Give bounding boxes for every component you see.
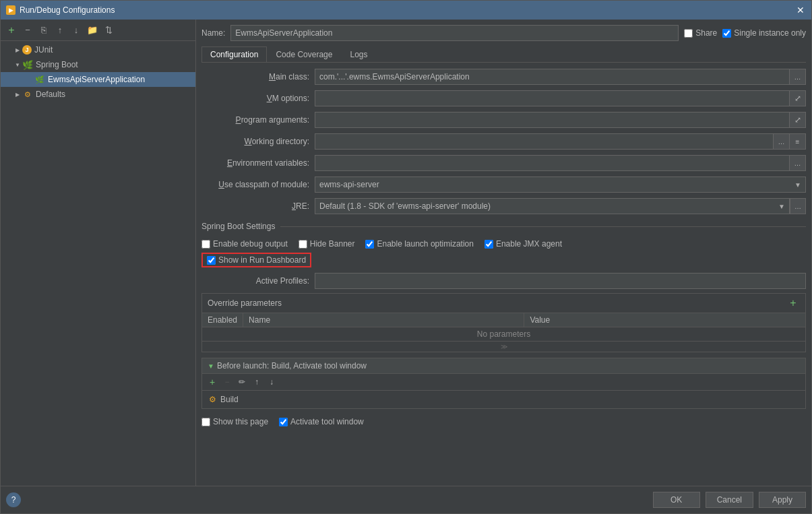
sidebar-tree: ▶ J JUnit ▼ 🌿 Spring Boot 🌿 EwmsApiServe… [1, 41, 195, 486]
jre-input-group: Default (1.8 - SDK of 'ewms-api-server' … [315, 198, 806, 214]
env-vars-input-group: … [315, 155, 806, 171]
collapse-arrow: ▼ [208, 362, 214, 370]
working-dir-row: Working directory: … ≡ [201, 133, 806, 150]
expand-arrow: ▶ [13, 45, 22, 55]
tab-logs[interactable]: Logs [341, 46, 376, 62]
scroll-indicator: ≫ [202, 341, 805, 352]
enable-jmx-text: Enable JMX agent [496, 239, 562, 249]
program-args-input[interactable] [315, 112, 790, 128]
jre-browse-button[interactable]: … [790, 198, 806, 214]
enable-jmx-label[interactable]: Enable JMX agent [485, 239, 562, 249]
edit-before-launch-button[interactable]: ✏ [236, 376, 248, 388]
col-value: Value [524, 313, 805, 327]
enable-debug-text: Enable debug output [213, 239, 288, 249]
vm-options-input[interactable] [315, 90, 790, 106]
col-name: Name [243, 313, 524, 327]
name-input[interactable] [230, 25, 679, 41]
classpath-row: Use classpath of module: ewms-api-server… [201, 176, 806, 193]
sidebar-item-spring-boot[interactable]: ▼ 🌿 Spring Boot [1, 57, 195, 72]
show-this-page-checkbox[interactable] [201, 418, 210, 426]
remove-config-button[interactable]: − [21, 24, 34, 37]
cancel-button[interactable]: Cancel [706, 492, 753, 508]
sidebar-item-defaults[interactable]: ▶ ⚙ Defaults [1, 87, 195, 102]
hide-banner-checkbox[interactable] [299, 240, 307, 249]
show-run-dashboard-row: Show in Run Dashboard [201, 253, 806, 267]
app-icon: 🌿 [34, 74, 45, 85]
program-args-expand-button[interactable]: ⤢ [790, 112, 806, 128]
remove-before-launch-button[interactable]: − [221, 376, 233, 388]
move-down-button[interactable]: ↓ [69, 24, 83, 37]
working-dir-browse-button[interactable]: … [774, 133, 790, 150]
sidebar-label-defaults: Defaults [36, 90, 65, 99]
jre-select[interactable]: Default (1.8 - SDK of 'ewms-api-server' … [315, 198, 790, 214]
single-instance-checkbox-label[interactable]: Single instance only [722, 28, 806, 38]
env-vars-browse-button[interactable]: … [790, 155, 806, 171]
enable-debug-label[interactable]: Enable debug output [201, 239, 288, 249]
jre-row: JRE: Default (1.8 - SDK of 'ewms-api-ser… [201, 197, 806, 215]
build-icon: ⚙ [209, 395, 216, 404]
move-up-button[interactable]: ↑ [53, 24, 67, 37]
main-class-row: Main class: … [201, 68, 806, 86]
main-class-input[interactable] [315, 69, 790, 85]
ok-button[interactable]: OK [653, 492, 700, 508]
junit-icon: J [22, 45, 32, 55]
content-area: + − ⎘ ↑ ↓ 📁 ⇅ ▶ J JUnit ▼ 🌿 Spr [1, 20, 811, 486]
bottom-options: Show this page Activate tool window [201, 414, 806, 429]
no-params-row: No parameters [202, 327, 805, 342]
activate-tool-window-label[interactable]: Activate tool window [279, 417, 364, 426]
sort-button[interactable]: ⇅ [102, 24, 115, 37]
add-config-button[interactable]: + [5, 24, 18, 37]
classpath-select[interactable]: ewms-api-server ▼ [315, 176, 806, 193]
share-checkbox[interactable] [684, 29, 693, 38]
working-dir-extra-button[interactable]: ≡ [790, 133, 806, 150]
tabs-row: Configuration Code Coverage Logs [201, 46, 806, 63]
working-dir-input[interactable] [315, 133, 774, 150]
show-this-page-text: Show this page [213, 417, 268, 426]
spring-icon: 🌿 [22, 59, 33, 70]
defaults-icon: ⚙ [22, 89, 33, 100]
show-run-dashboard-checkbox[interactable] [207, 256, 216, 265]
activate-tool-window-checkbox[interactable] [279, 418, 288, 426]
sidebar-label-junit: JUnit [34, 45, 53, 55]
working-dir-input-group: … ≡ [315, 133, 806, 150]
active-profiles-input[interactable] [315, 273, 806, 289]
share-checkbox-label[interactable]: Share [684, 28, 717, 38]
vm-options-expand-button[interactable]: ⤢ [790, 90, 806, 106]
active-profiles-row: Active Profiles: [201, 273, 806, 289]
env-vars-input[interactable] [315, 155, 790, 171]
show-run-dashboard-text: Show in Run Dashboard [218, 255, 306, 265]
main-panel: Name: Share Single instance only Configu… [196, 20, 811, 486]
help-button[interactable]: ? [6, 492, 21, 507]
override-table: Enabled Name Value No parameters [202, 313, 805, 341]
enable-debug-checkbox[interactable] [201, 240, 210, 249]
no-params-text: No parameters [202, 327, 805, 342]
spring-boot-title-text: Spring Boot Settings [201, 222, 275, 231]
add-parameter-button[interactable]: + [786, 296, 800, 310]
sidebar-item-ewms-app[interactable]: 🌿 EwmsApiServerApplication [1, 72, 195, 87]
enable-jmx-checkbox[interactable] [485, 240, 493, 249]
main-class-browse-button[interactable]: … [790, 69, 806, 85]
tab-configuration[interactable]: Configuration [201, 46, 267, 62]
show-this-page-label[interactable]: Show this page [201, 417, 268, 426]
single-instance-checkbox[interactable] [722, 29, 731, 38]
hide-banner-label[interactable]: Hide Banner [299, 239, 355, 249]
program-args-label: Program arguments: [201, 115, 309, 125]
apply-button[interactable]: Apply [759, 492, 806, 508]
up-before-launch-button[interactable]: ↑ [251, 376, 263, 388]
folder-button[interactable]: 📁 [86, 24, 99, 37]
expand-arrow [25, 75, 34, 84]
override-parameters-header: Override parameters + [202, 294, 805, 313]
enable-launch-opt-checkbox[interactable] [365, 240, 374, 249]
classpath-dropdown-arrow: ▼ [794, 181, 801, 189]
close-button[interactable]: ✕ [795, 5, 806, 15]
expand-arrow: ▶ [13, 90, 22, 99]
tab-code-coverage[interactable]: Code Coverage [267, 46, 341, 62]
jre-label: JRE: [201, 201, 309, 211]
down-before-launch-button[interactable]: ↓ [266, 376, 278, 388]
copy-config-button[interactable]: ⎘ [37, 24, 51, 37]
enable-launch-opt-label[interactable]: Enable launch optimization [365, 239, 473, 249]
sidebar-item-junit[interactable]: ▶ J JUnit [1, 42, 195, 57]
show-run-dashboard-label[interactable]: Show in Run Dashboard [201, 253, 311, 267]
add-before-launch-button[interactable]: + [206, 376, 218, 388]
sidebar: + − ⎘ ↑ ↓ 📁 ⇅ ▶ J JUnit ▼ 🌿 Spr [1, 20, 196, 486]
